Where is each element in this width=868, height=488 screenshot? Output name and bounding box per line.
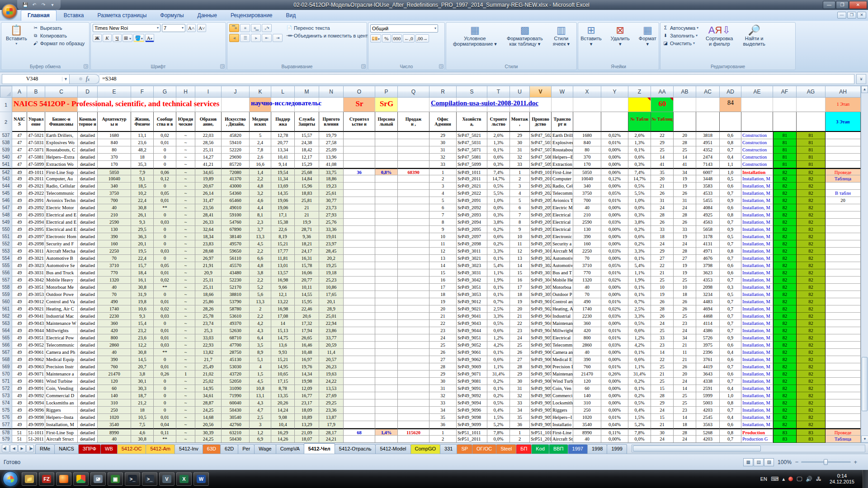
cell-L559[interactable]: 12,1 <box>271 291 295 298</box>
cell-L538[interactable]: 20,77 <box>271 139 295 146</box>
currency-format-icon[interactable]: 💴▾ <box>370 34 381 42</box>
cell-B562[interactable]: 49-9041 <box>27 313 45 320</box>
cell-G561[interactable]: 0,02 <box>154 305 176 313</box>
cell-AC539[interactable]: 4352 <box>696 146 720 154</box>
cell-F570[interactable]: 3,8 <box>131 371 154 378</box>
cell-W545[interactable]: Telecomm <box>552 190 573 197</box>
cell-H578[interactable]: ~ <box>176 428 195 436</box>
cell-B567[interactable]: 49-9061 <box>27 349 45 356</box>
cell-S542[interactable]: SrP49_1011 <box>457 168 487 175</box>
cell-H557[interactable]: ~ <box>176 277 195 284</box>
cell-L557[interactable]: 16,98 <box>271 277 295 284</box>
cell-M563[interactable]: 17,32 <box>295 320 319 327</box>
column-header-F[interactable]: F <box>131 86 154 98</box>
cell-AA557[interactable]: 25 <box>651 277 674 284</box>
cell-E577[interactable]: 3540 <box>98 421 131 428</box>
cell-AB577[interactable]: 18 <box>674 421 696 428</box>
cell-AB572[interactable]: 14 <box>674 385 696 392</box>
cell-P557[interactable] <box>375 277 398 284</box>
scroll-down-icon[interactable]: ▼ <box>861 436 868 443</box>
cell-U556[interactable]: 15 <box>510 269 530 277</box>
cell-H566[interactable]: ~ <box>176 342 195 349</box>
row1-cell-AE[interactable] <box>741 98 773 112</box>
cell-I578[interactable]: 30,39 <box>195 428 222 436</box>
cell-N552[interactable]: 23,97 <box>319 240 344 248</box>
cell-I538[interactable]: 28,56 <box>195 139 222 146</box>
cell-C538[interactable]: Explosives Wo <box>45 139 78 146</box>
cell-Z553[interactable]: 3,3% <box>628 248 651 255</box>
row2-header-J[interactable]: Искусство , Дизайн, <box>222 112 250 132</box>
cell-J546[interactable]: 65460 <box>222 197 250 204</box>
cell-G537[interactable]: 0,02 <box>154 132 176 139</box>
minimize-button[interactable]: — <box>823 1 835 9</box>
cell-V551[interactable]: SrP49_2097 <box>530 233 552 240</box>
cell-G576[interactable]: 0,01 <box>154 414 176 421</box>
row-header-576[interactable]: 576 <box>0 414 12 421</box>
cell-A563[interactable]: 49 <box>12 320 27 327</box>
cell-O577[interactable] <box>344 421 375 428</box>
cell-K558[interactable]: 5,2 <box>250 284 271 291</box>
cell-AD578[interactable]: 0,8 <box>720 428 741 436</box>
cell-T556[interactable]: 1,1% <box>487 269 510 277</box>
cell-AE562[interactable]: Installation, M <box>741 313 773 320</box>
cell-G573[interactable]: 0 <box>154 392 176 399</box>
cell-AC546[interactable]: 5455 <box>696 197 720 204</box>
cell-H562[interactable]: ~ <box>176 313 195 320</box>
cell-J542[interactable]: 72080 <box>222 168 250 175</box>
cell-AH543[interactable]: Таблица <box>826 175 861 183</box>
cell-U562[interactable]: 21 <box>510 313 530 320</box>
cell-T549[interactable]: 3,8% <box>487 219 510 226</box>
cell-E570[interactable]: 21470 <box>98 371 131 378</box>
cell-L569[interactable]: 14,95 <box>271 363 295 371</box>
cell-C545[interactable]: Telecommunic <box>45 190 78 197</box>
cell-AC577[interactable]: 3563 <box>696 421 720 428</box>
align-middle-icon[interactable]: ≡ <box>240 24 250 32</box>
cell-G567[interactable]: ** <box>154 349 176 356</box>
cell-Q571[interactable] <box>398 378 429 385</box>
cell-O560[interactable] <box>344 298 375 305</box>
cell-AE561[interactable]: Installation, M <box>741 305 773 313</box>
cell-W540[interactable]: Helpers--E <box>552 154 573 161</box>
cell-AA574[interactable]: 29 <box>651 399 674 407</box>
cell-I543[interactable]: 19,89 <box>195 175 222 183</box>
row-header-560[interactable]: 560 <box>0 298 12 305</box>
cell-A554[interactable]: 49 <box>12 255 27 262</box>
cell-B577[interactable]: 49-9099 <box>27 421 45 428</box>
cell-E561[interactable]: 1740 <box>98 305 131 313</box>
cell-E556[interactable]: 770 <box>98 269 131 277</box>
cell-C566[interactable]: Telecommunic <box>45 342 78 349</box>
cell-Y564[interactable]: 0,01% <box>601 327 628 334</box>
cell-X540[interactable]: 370 <box>573 154 601 161</box>
cell-U553[interactable]: 12 <box>510 248 530 255</box>
increase-decimal-icon[interactable]: ←,0 <box>403 34 414 42</box>
cell-P571[interactable] <box>375 378 398 385</box>
cell-H574[interactable]: ~ <box>176 399 195 407</box>
cell-AB542[interactable]: 34 <box>674 168 696 175</box>
cell-Y549[interactable]: 0,03% <box>601 219 628 226</box>
cell-AD551[interactable]: 0,5 <box>720 233 741 240</box>
clock[interactable]: 0:14 24.12.2015 <box>830 473 854 485</box>
cell-Q555[interactable] <box>398 262 429 269</box>
font-size-combo[interactable]: 7▾ <box>162 24 185 32</box>
cell-V539[interactable]: SrP47_5071 <box>530 146 552 154</box>
cell-H549[interactable]: ~ <box>176 219 195 226</box>
display-tray-icon[interactable]: 🖵 <box>797 476 802 482</box>
cell-L551[interactable]: 8,19 <box>271 233 295 240</box>
cell-AB563[interactable]: 23 <box>674 320 696 327</box>
cell-E559[interactable]: 70 <box>98 291 131 298</box>
cell-AA539[interactable]: 25 <box>651 146 674 154</box>
cell-AF564[interactable]: 82 <box>773 327 797 334</box>
cell-X569[interactable]: 760 <box>573 363 601 371</box>
cell-L574[interactable]: 20,26 <box>271 399 295 407</box>
cell-AE557[interactable]: Installation, M <box>741 277 773 284</box>
row1-cell-Z[interactable] <box>628 98 651 112</box>
cell-R544[interactable]: 3 <box>429 183 457 190</box>
cell-J550[interactable]: 67890 <box>222 226 250 233</box>
cell-H543[interactable]: ~ <box>176 175 195 183</box>
cell-J566[interactable]: 47700 <box>222 342 250 349</box>
cell-B545[interactable]: 49-2022 <box>27 190 45 197</box>
cell-AC551[interactable]: 3178 <box>696 233 720 240</box>
cell-AC569[interactable]: 4419 <box>696 363 720 371</box>
cell-Y569[interactable]: 0,01% <box>601 363 628 371</box>
cell-J549[interactable]: 54760 <box>222 219 250 226</box>
